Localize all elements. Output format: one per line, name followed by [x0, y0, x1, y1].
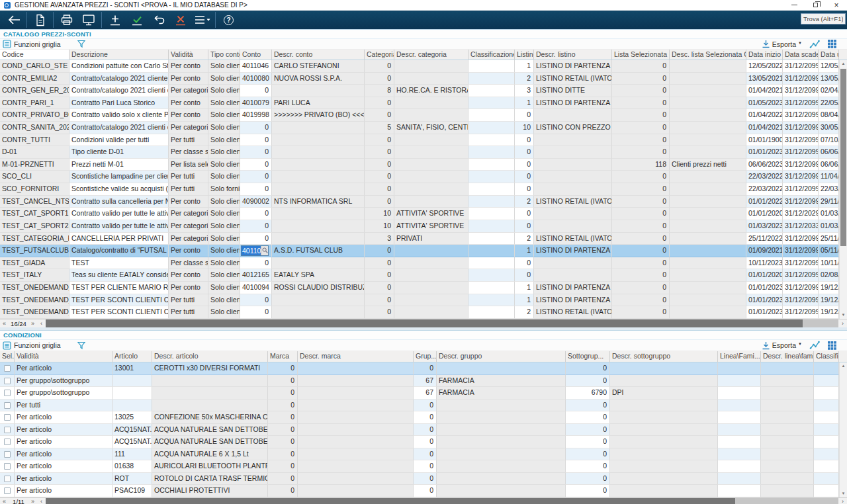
cell[interactable]: 13025 [112, 411, 152, 424]
preview-button[interactable] [77, 11, 99, 28]
cell[interactable]: Solo clienti [208, 245, 240, 257]
cell[interactable]: 31/12/2099 [783, 73, 819, 85]
cell[interactable]: Per tutti [169, 294, 208, 307]
table-row[interactable]: COND_CARLO_STECondizioni pattuite con Ca… [0, 60, 847, 73]
export-button[interactable]: Esporta ▼ [762, 341, 802, 350]
cell[interactable]: Per categoria [169, 122, 208, 134]
column-header[interactable]: Desc. lista Selezionata C/F [670, 50, 746, 60]
cell[interactable]: 0 [612, 134, 670, 147]
cell[interactable] [718, 411, 761, 424]
cell[interactable]: OCCHIALI PROTETTIVI [152, 485, 268, 497]
cell[interactable] [272, 85, 365, 97]
cell[interactable] [670, 220, 746, 233]
cell[interactable]: 01638 [112, 460, 152, 473]
cell[interactable]: 0 [365, 134, 394, 147]
cell[interactable]: CONFEZIONE 50x MASCHERINA CHIRURGICA 3 S… [152, 411, 268, 424]
table-row[interactable]: Per articolo13025CONFEZIONE 50x MASCHERI… [0, 411, 847, 424]
cell[interactable]: 0 [414, 399, 437, 412]
cell[interactable]: A.S.D. FUTSAL CLUB [272, 245, 365, 257]
cell[interactable]: 22/03/2022 [746, 183, 783, 196]
cell[interactable] [718, 436, 761, 448]
cell[interactable]: 0 [365, 159, 394, 171]
cell[interactable]: 31/12/2099 [783, 196, 819, 208]
cell[interactable]: 2 [515, 73, 534, 85]
table-row[interactable]: Per articolo01638AURICOLARI BLUETOOTH PL… [0, 460, 847, 473]
cell[interactable]: Per articolo [15, 436, 112, 448]
cell[interactable]: Contratto/catalogo 2021 clienti categ. R… [69, 85, 169, 97]
cell[interactable] [298, 448, 414, 461]
cell[interactable]: 22/03/ [819, 183, 839, 196]
row-checkbox[interactable] [4, 476, 11, 482]
cell[interactable] [610, 436, 718, 448]
cell[interactable]: 31/12/2099 [783, 233, 819, 245]
cell[interactable] [610, 460, 718, 473]
cell[interactable]: Contratto/catalogo 2021 cliente Nuova R.… [69, 73, 169, 85]
cell[interactable]: 0 [515, 269, 534, 282]
cell[interactable]: EATALY SPA [272, 269, 365, 282]
cell[interactable]: 02/08/ [819, 269, 839, 282]
first-record-button[interactable]: « [0, 498, 9, 504]
table-row[interactable]: TEST_CAT_SPORT1Contratto valido per tutt… [0, 208, 847, 220]
column-header[interactable]: Data scadenza [783, 50, 819, 60]
cell[interactable] [298, 436, 414, 448]
filter-funnel-icon[interactable] [77, 341, 86, 350]
cell[interactable] [761, 448, 814, 461]
cell[interactable]: 0 [566, 375, 610, 388]
cell[interactable]: Scontistiche lampadine per clienti x tut… [69, 171, 169, 183]
cell[interactable]: 4011046 [240, 60, 272, 73]
cell[interactable]: ACQUA NATURALE SAN DETTOBENE 1,5 Lt [152, 424, 268, 437]
cell[interactable]: Per categoria [169, 233, 208, 245]
cell[interactable]: 0 [566, 399, 610, 412]
cell[interactable]: Per classe scont... [169, 146, 208, 159]
cell[interactable]: Solo clienti [208, 257, 240, 270]
cell[interactable]: 67 [414, 375, 437, 388]
cell[interactable]: 01/01/2023 [746, 282, 783, 294]
cell[interactable]: Per articolo [15, 460, 112, 473]
cell[interactable]: 31/12/2099 [783, 183, 819, 196]
cell[interactable] [670, 196, 746, 208]
cell[interactable] [670, 109, 746, 122]
cell[interactable] [670, 183, 746, 196]
cell[interactable] [718, 473, 761, 485]
cell[interactable]: 0 [240, 85, 272, 97]
cell[interactable]: CARLO STEFANONI [272, 60, 365, 73]
cell[interactable] [272, 294, 365, 307]
cell[interactable]: 31/12/2099 [783, 282, 819, 294]
cell[interactable]: 0 [268, 387, 298, 399]
column-header[interactable]: Sel. [0, 351, 15, 362]
cell[interactable]: Solo clienti [208, 208, 240, 220]
cell[interactable]: 01/01/2020 [746, 269, 783, 282]
cell[interactable]: PRIVATI [394, 233, 468, 245]
cell[interactable]: 0 [612, 60, 670, 73]
cell[interactable] [468, 159, 515, 171]
cell[interactable] [394, 294, 468, 307]
cell[interactable] [437, 399, 566, 412]
cell[interactable] [670, 269, 746, 282]
minimize-button[interactable] [783, 0, 805, 11]
cell[interactable]: 0 [566, 424, 610, 437]
cell[interactable]: 111 [112, 448, 152, 461]
cell[interactable]: 0 [240, 146, 272, 159]
cell[interactable] [814, 387, 839, 399]
cell[interactable] [670, 171, 746, 183]
cell[interactable]: 3 [515, 85, 534, 97]
cell[interactable]: 0 [612, 122, 670, 134]
cell[interactable]: 0 [268, 375, 298, 388]
cell[interactable] [718, 387, 761, 399]
cell[interactable]: 10 [365, 208, 394, 220]
cell[interactable] [534, 269, 612, 282]
cell[interactable]: 01/09/2021 [746, 245, 783, 257]
column-header[interactable]: Conto [240, 50, 272, 60]
cell[interactable]: 0 [566, 473, 610, 485]
cell[interactable]: Per conto [169, 60, 208, 73]
cell[interactable]: Condizioni valide per tutti [69, 134, 169, 147]
cell[interactable] [272, 257, 365, 270]
checkbox-cell[interactable] [0, 411, 15, 424]
cell[interactable] [152, 387, 268, 399]
cell[interactable]: 0 [268, 485, 298, 497]
cell[interactable]: Solo clienti [208, 60, 240, 73]
table-row[interactable]: Per articoloACQ15NAT..ACQUA NATURALE SAN… [0, 436, 847, 448]
cell[interactable]: 01/01/2022 [746, 196, 783, 208]
cell[interactable]: 0 [612, 208, 670, 220]
cell[interactable]: 0 [268, 399, 298, 412]
